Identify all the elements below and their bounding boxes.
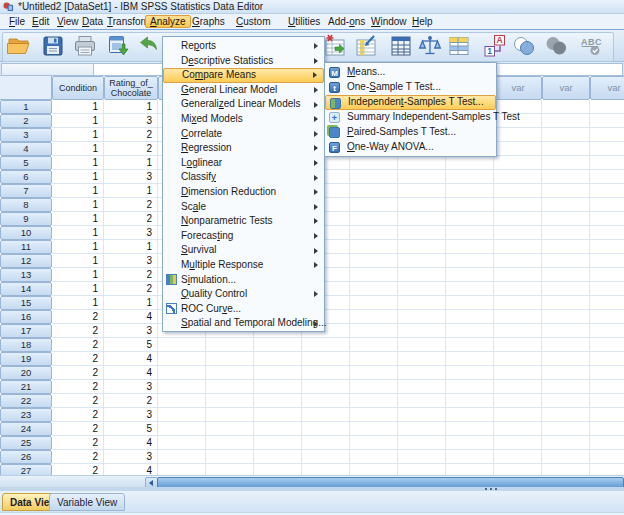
cell-empty[interactable] bbox=[590, 394, 624, 408]
cell-empty[interactable] bbox=[350, 408, 398, 422]
cell-rating-1[interactable]: 1 bbox=[104, 100, 158, 114]
cell-empty[interactable] bbox=[206, 436, 254, 450]
menu-item-descriptive-statistics[interactable]: Descriptive Statistics bbox=[163, 54, 324, 69]
cell-empty[interactable] bbox=[590, 324, 624, 338]
undo-icon[interactable] bbox=[134, 33, 160, 59]
row-header-11[interactable]: 11 bbox=[0, 240, 52, 254]
cell-condition-25[interactable]: 2 bbox=[52, 436, 104, 450]
menu-item-simulation[interactable]: Simulation... bbox=[163, 273, 324, 288]
cell-empty[interactable] bbox=[350, 394, 398, 408]
cell-rating-21[interactable]: 3 bbox=[104, 380, 158, 394]
cell-empty[interactable] bbox=[494, 324, 542, 338]
cell-empty[interactable] bbox=[446, 338, 494, 352]
cell-rating-24[interactable]: 5 bbox=[104, 422, 158, 436]
cell-empty[interactable] bbox=[446, 380, 494, 394]
cell-empty[interactable] bbox=[494, 240, 542, 254]
cell-condition-13[interactable]: 1 bbox=[52, 268, 104, 282]
cell-empty[interactable] bbox=[494, 436, 542, 450]
row-header-17[interactable]: 17 bbox=[0, 324, 52, 338]
row-header-2[interactable]: 2 bbox=[0, 114, 52, 128]
cell-empty[interactable] bbox=[350, 464, 398, 475]
cell-empty[interactable] bbox=[494, 296, 542, 310]
cell-empty[interactable] bbox=[590, 170, 624, 184]
cell-empty[interactable] bbox=[398, 436, 446, 450]
cell-condition-24[interactable]: 2 bbox=[52, 422, 104, 436]
cell-empty[interactable] bbox=[350, 254, 398, 268]
recall-dialogs-icon[interactable] bbox=[106, 33, 132, 59]
cell-rating-15[interactable]: 1 bbox=[104, 296, 158, 310]
cell-condition-19[interactable]: 2 bbox=[52, 352, 104, 366]
cell-empty[interactable] bbox=[398, 170, 446, 184]
cell-rating-8[interactable]: 2 bbox=[104, 198, 158, 212]
menubar-item-utilities[interactable]: Utilities bbox=[285, 15, 323, 28]
cell-empty[interactable] bbox=[494, 184, 542, 198]
cell-condition-11[interactable]: 1 bbox=[52, 240, 104, 254]
cell-empty[interactable] bbox=[590, 450, 624, 464]
menu-item-survival[interactable]: Survival bbox=[163, 243, 324, 258]
row-header-14[interactable]: 14 bbox=[0, 282, 52, 296]
cell-empty[interactable] bbox=[494, 394, 542, 408]
cell-empty[interactable] bbox=[398, 156, 446, 170]
cell-empty[interactable] bbox=[158, 408, 206, 422]
cell-empty[interactable] bbox=[542, 310, 590, 324]
column-header-var[interactable]: var bbox=[494, 76, 542, 100]
cell-empty[interactable] bbox=[542, 282, 590, 296]
cell-empty[interactable] bbox=[542, 436, 590, 450]
cell-empty[interactable] bbox=[590, 268, 624, 282]
cell-empty[interactable] bbox=[350, 310, 398, 324]
cell-rating-18[interactable]: 5 bbox=[104, 338, 158, 352]
row-header-26[interactable]: 26 bbox=[0, 450, 52, 464]
menu-item-reports[interactable]: Reports bbox=[163, 39, 324, 54]
cell-empty[interactable] bbox=[494, 352, 542, 366]
row-header-25[interactable]: 25 bbox=[0, 436, 52, 450]
menubar-item-add-ons[interactable]: Add-ons bbox=[325, 15, 368, 28]
cell-condition-20[interactable]: 2 bbox=[52, 366, 104, 380]
cell-empty[interactable] bbox=[254, 338, 302, 352]
cell-condition-12[interactable]: 1 bbox=[52, 254, 104, 268]
cell-empty[interactable] bbox=[206, 408, 254, 422]
cell-empty[interactable] bbox=[590, 254, 624, 268]
cell-condition-10[interactable]: 1 bbox=[52, 226, 104, 240]
cell-condition-27[interactable]: 2 bbox=[52, 464, 104, 475]
menu-item-mixed-models[interactable]: Mixed Models bbox=[163, 112, 324, 127]
cell-empty[interactable] bbox=[446, 170, 494, 184]
cell-rating-5[interactable]: 1 bbox=[104, 156, 158, 170]
cell-empty[interactable] bbox=[158, 464, 206, 475]
cell-empty[interactable] bbox=[590, 212, 624, 226]
cell-condition-22[interactable]: 2 bbox=[52, 394, 104, 408]
cell-empty[interactable] bbox=[206, 366, 254, 380]
cell-rating-19[interactable]: 4 bbox=[104, 352, 158, 366]
cell-empty[interactable] bbox=[254, 394, 302, 408]
cell-empty[interactable] bbox=[302, 338, 350, 352]
cell-condition-9[interactable]: 1 bbox=[52, 212, 104, 226]
submenu-item-paired-samples-t-test[interactable]: Paired-Samples T Test... bbox=[325, 125, 496, 140]
menu-item-generalized-linear-models[interactable]: Generalized Linear Models bbox=[163, 97, 324, 112]
cell-condition-4[interactable]: 1 bbox=[52, 142, 104, 156]
cell-empty[interactable] bbox=[350, 436, 398, 450]
cell-empty[interactable] bbox=[494, 464, 542, 475]
column-header-var[interactable]: var bbox=[542, 76, 590, 100]
cell-empty[interactable] bbox=[398, 450, 446, 464]
cell-empty[interactable] bbox=[254, 352, 302, 366]
horizontal-scrollbar[interactable] bbox=[0, 475, 624, 487]
cell-empty[interactable] bbox=[158, 366, 206, 380]
cell-empty[interactable] bbox=[254, 422, 302, 436]
cell-empty[interactable] bbox=[350, 198, 398, 212]
cell-empty[interactable] bbox=[542, 464, 590, 475]
cell-empty[interactable] bbox=[590, 282, 624, 296]
cell-empty[interactable] bbox=[446, 226, 494, 240]
menubar-item-edit[interactable]: Edit bbox=[29, 15, 52, 28]
cell-empty[interactable] bbox=[494, 170, 542, 184]
cell-empty[interactable] bbox=[542, 394, 590, 408]
menu-item-loglinear[interactable]: Loglinear bbox=[163, 156, 324, 171]
cell-rating-25[interactable]: 4 bbox=[104, 436, 158, 450]
row-header-1[interactable]: 1 bbox=[0, 100, 52, 114]
cell-empty[interactable] bbox=[542, 296, 590, 310]
cell-empty[interactable] bbox=[494, 450, 542, 464]
menu-item-compare-means[interactable]: Compare Means bbox=[163, 68, 324, 83]
cell-empty[interactable] bbox=[254, 436, 302, 450]
cell-empty[interactable] bbox=[542, 156, 590, 170]
cell-rating-4[interactable]: 2 bbox=[104, 142, 158, 156]
menubar-item-custom[interactable]: Custom bbox=[233, 15, 273, 28]
cell-empty[interactable] bbox=[398, 254, 446, 268]
